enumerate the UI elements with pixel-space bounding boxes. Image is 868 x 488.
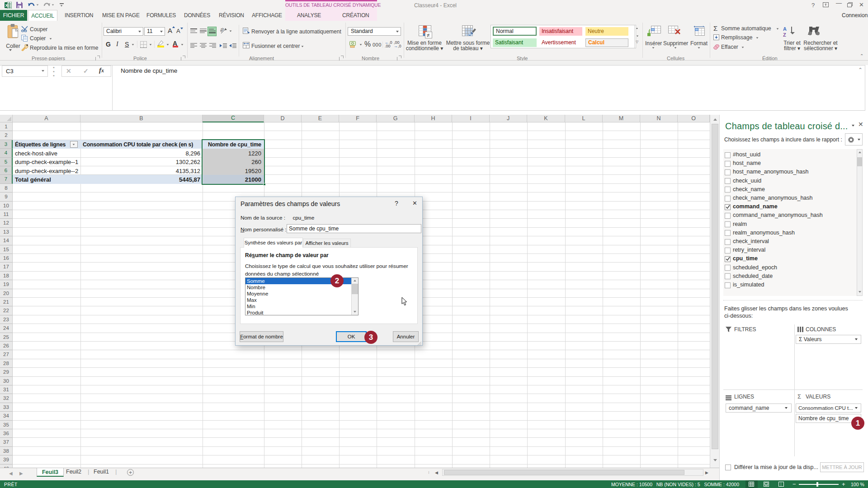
svg-text:A: A: [783, 26, 787, 32]
svg-text:Z: Z: [783, 32, 786, 38]
svg-text:≠: ≠: [427, 32, 430, 38]
svg-text:X: X: [5, 3, 8, 8]
svg-text:ab: ab: [220, 27, 225, 33]
